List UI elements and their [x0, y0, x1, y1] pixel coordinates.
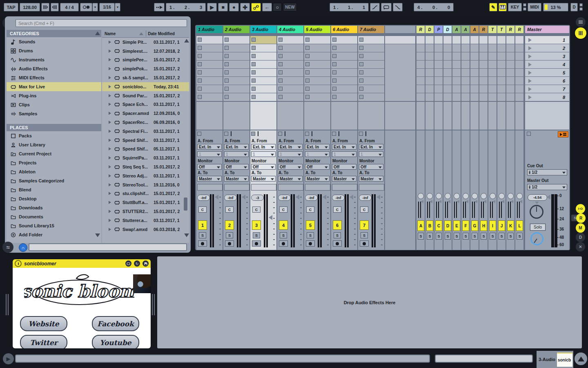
scene-launch-icon[interactable] [528, 87, 532, 91]
master-peak-level[interactable]: -4.54 [528, 194, 547, 201]
file-row[interactable]: sonicbloo...Today, 23:41 [102, 82, 189, 91]
back-to-arrangement-button[interactable] [558, 131, 568, 137]
file-row[interactable]: Space Ech...03.11.2017, 1 [102, 100, 189, 109]
clip-slot[interactable] [277, 36, 303, 44]
disclosure-triangle-icon[interactable] [109, 112, 111, 115]
clip-stop-button[interactable] [305, 132, 309, 136]
track-peak-level[interactable]: -Inf [224, 195, 237, 201]
file-row[interactable]: Sound Par...15.01.2017, 2 [102, 91, 189, 100]
track-header[interactable]: 6 Audio [331, 26, 357, 33]
clip-stop-square[interactable] [278, 54, 283, 58]
overdub-button[interactable]: ✚ [240, 3, 250, 11]
disclosure-triangle-icon[interactable] [109, 156, 111, 159]
sidebar-item-packs[interactable]: Packs [7, 131, 101, 140]
sidebar-item-audio-effects[interactable]: Audio Effects [7, 64, 101, 73]
file-row[interactable]: StuttBuff.a...15.01.2017, 1 [102, 198, 189, 207]
input-channel-menu[interactable]: 1 [332, 151, 356, 157]
clip-slot[interactable] [331, 44, 357, 52]
clip-stop-square[interactable] [252, 95, 256, 99]
pan-knob[interactable]: C [360, 206, 368, 213]
clip-stop-square[interactable] [198, 95, 202, 99]
midi-arrangement-overdub-button[interactable] [251, 3, 261, 11]
return-fader-handle[interactable] [483, 200, 486, 203]
sidebar-item-sound-library15[interactable]: Sound Library15 [7, 221, 101, 230]
map-mode-button[interactable] [125, 260, 131, 267]
monitor-menu[interactable]: Off [197, 164, 222, 170]
tap-tempo-button[interactable]: TAP [4, 3, 18, 11]
master-header[interactable]: Master [525, 26, 569, 33]
return-fader-handle[interactable] [421, 200, 423, 203]
return-fader-handle[interactable] [430, 200, 432, 203]
return-track-header[interactable]: P [434, 26, 443, 33]
search-input[interactable] [16, 19, 187, 27]
arm-record-button[interactable] [279, 240, 288, 247]
show-mixer-button[interactable]: M [576, 223, 585, 233]
clip-slot[interactable] [304, 52, 330, 60]
clip-stop-square[interactable] [198, 79, 202, 83]
audio-from-menu[interactable]: Ext. In [359, 144, 383, 150]
clip-stop-square[interactable] [332, 79, 336, 83]
audio-from-menu[interactable]: Ext. In [197, 144, 222, 150]
file-row[interactable]: Swap!.amxd06.03.2018, 2 [102, 225, 189, 234]
column-name[interactable]: Name [102, 31, 116, 36]
clip-stop-square[interactable] [359, 95, 363, 99]
clip-slot[interactable] [250, 85, 276, 93]
return-activator-button[interactable]: K [507, 220, 514, 231]
preview-volume-knob[interactable] [528, 230, 546, 248]
clip-slot[interactable] [196, 77, 223, 85]
scene-slot[interactable]: 7 [525, 85, 569, 93]
volume-fader-handle[interactable] [269, 215, 272, 220]
clip-stop-square[interactable] [278, 79, 283, 83]
quantization-menu-arrow[interactable]: ▼ [115, 3, 120, 11]
clip-slot[interactable] [196, 44, 223, 52]
file-row[interactable]: sk-5 sampl...15.01.2017, 2 [102, 73, 189, 82]
youtube-button[interactable]: Youtube [92, 335, 139, 349]
clip-stop-square[interactable] [278, 46, 283, 50]
scene-slot[interactable]: 6 [525, 77, 569, 85]
clip-stop-square[interactable] [359, 62, 363, 66]
track-header[interactable]: 1 Audio [196, 26, 223, 33]
website-button[interactable]: Website [20, 316, 67, 331]
send-pan-knob[interactable] [436, 193, 442, 199]
clip-slot[interactable] [250, 93, 276, 101]
preview-headphone-button[interactable]: ∩ [19, 243, 27, 252]
return-track-header[interactable]: D [443, 26, 452, 33]
clip-stop-square[interactable] [225, 38, 229, 42]
sidebar-scroll-up[interactable] [95, 31, 100, 35]
track-header[interactable]: 3 Audio [250, 26, 276, 33]
disclosure-triangle-icon[interactable] [109, 67, 111, 70]
clip-stop-square[interactable] [225, 95, 229, 99]
clip-slot[interactable] [196, 36, 223, 44]
time-signature-field[interactable]: 4 / 4 [60, 3, 79, 11]
clip-slot[interactable] [358, 36, 384, 44]
pan-knob[interactable]: C [306, 206, 314, 213]
clip-stop-square[interactable] [278, 62, 283, 66]
return-solo-button[interactable]: S [499, 233, 505, 240]
clip-stop-square[interactable] [332, 70, 336, 74]
clip-stop-button[interactable] [332, 132, 336, 136]
file-row[interactable]: SquirrelPa...03.11.2017, 1 [102, 153, 189, 162]
show-crossfader-button[interactable]: ✕ [576, 242, 585, 251]
clip-stop-square[interactable] [252, 38, 256, 42]
file-row[interactable]: stu.clipshif...15.01.2017, 2 [102, 189, 189, 198]
clip-stop-square[interactable] [359, 54, 363, 58]
clip-stop-square[interactable] [305, 46, 310, 50]
input-channel-menu[interactable]: 1 [278, 151, 303, 157]
return-solo-button[interactable]: S [472, 233, 478, 240]
return-solo-button[interactable]: S [427, 233, 433, 240]
return-track-header[interactable]: T [497, 26, 506, 33]
return-fader-handle[interactable] [501, 200, 504, 203]
clip-slot[interactable] [223, 77, 249, 85]
midi-map-button[interactable]: MIDI [528, 3, 541, 11]
clip-stop-square[interactable] [198, 62, 202, 66]
arm-record-button[interactable] [198, 240, 207, 247]
disclosure-triangle-icon[interactable] [109, 219, 111, 222]
clip-slot[interactable] [358, 93, 384, 101]
clip-stop-square[interactable] [225, 46, 229, 50]
monitor-menu[interactable]: Off [251, 164, 276, 170]
show-track-delay-button[interactable]: D [576, 233, 585, 242]
pan-knob[interactable]: C [279, 206, 287, 213]
return-activator-button[interactable]: L [516, 220, 523, 231]
filelist-scroll-up[interactable] [184, 39, 189, 43]
clip-slot[interactable] [358, 61, 384, 68]
